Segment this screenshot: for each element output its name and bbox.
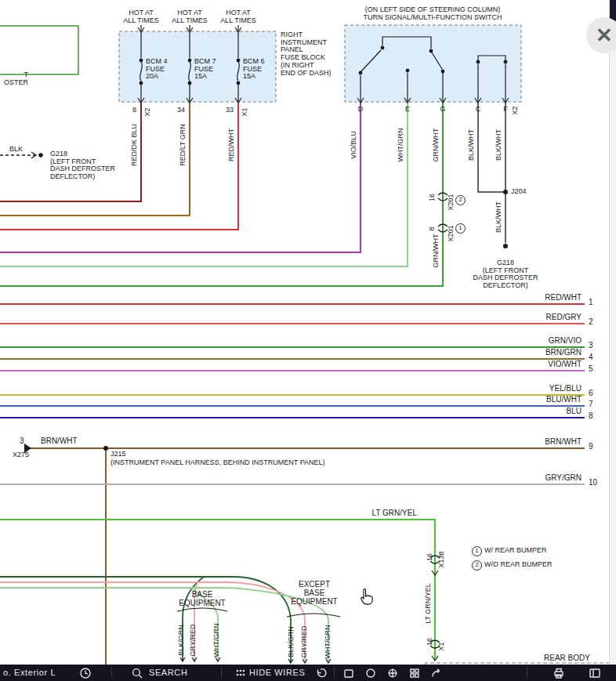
fuse-conn-x1: X1 [241, 107, 248, 116]
x1-pin-16: 16 [426, 638, 433, 646]
except-wire-blk-grn: BLK/GRN [287, 626, 295, 657]
base-wire-blk-grn: BLK/GRN [177, 625, 185, 656]
base-wire-wht-grn: WHT/GRN [212, 624, 220, 657]
lt-grn-yel-vlabel: LT GRN/YEL [424, 583, 432, 624]
wire-label-red-ltgrn: RED/LT GRN [179, 124, 187, 166]
wire-gry-red-except [0, 582, 305, 663]
j215-label: J215 [111, 451, 126, 458]
run-2-label: RED/GRY [502, 313, 582, 322]
wire-label-wht-grn: WHT/GRN [397, 129, 404, 162]
wire-wht-grn [0, 102, 408, 266]
j204-label: J204 [511, 188, 527, 196]
switch-pin-c: C [476, 106, 481, 114]
except-base-equipment-title: EXCEPT BASE EQUIPMENT [291, 581, 337, 606]
conn-x138: X138 [437, 551, 445, 567]
undo-button[interactable] [313, 666, 328, 680]
splice-dot-left [38, 153, 43, 158]
fuse-conn-x2: X2 [143, 107, 151, 116]
scrollbar[interactable] [609, 0, 616, 665]
target-button[interactable] [386, 666, 400, 680]
junction-j204 [503, 190, 508, 194]
share-button[interactable] [429, 666, 444, 680]
search-label[interactable]: SEARCH [149, 668, 187, 677]
base-equipment-title: BASE EQUIPMENT [179, 591, 225, 608]
run-9-num: 9 [589, 443, 593, 451]
component-label-fragment: T OSTER [0, 71, 28, 86]
wiring-diagram-viewer: T OSTER BLK G218 (LEFT FRONT DASH DEFROS… [0, 0, 616, 681]
hide-wires-label[interactable]: HIDE WIRES [249, 668, 305, 677]
search-icon [131, 667, 143, 679]
circle-button[interactable] [364, 666, 378, 680]
history-button[interactable] [78, 666, 92, 680]
switch-pin-g: G [440, 106, 445, 114]
hot-label-2: HOT AT ALL TIMES [172, 9, 208, 24]
wire-label-blk-wht-c: BLK/WHT [467, 129, 475, 161]
toolbar-divider [221, 667, 222, 678]
frame-button[interactable] [342, 666, 356, 680]
fuse-1-label: BCM 4 FUSE 20A [146, 58, 168, 81]
grid-button[interactable] [408, 666, 422, 680]
defroster-component-box [0, 26, 78, 74]
panel-icon [589, 667, 601, 679]
except-bracket [287, 614, 340, 617]
hot-label-3: HOT AT ALL TIMES [220, 9, 256, 24]
except-wire-wht-grn: WHT/GRN [324, 625, 332, 659]
bottom-toolbar: o. Exterior L SEARCH HIDE WIRES [0, 665, 616, 681]
run-9-pin: 3 [20, 437, 24, 446]
circled-1: 1 [455, 223, 466, 234]
switch-pin-e: E [405, 106, 410, 114]
switch-pin-f: F [503, 106, 508, 114]
run-6-num: 6 [589, 389, 593, 398]
run-3-num: 3 [589, 342, 593, 350]
panel-button[interactable] [588, 666, 602, 680]
x201-conn-2: X201 [447, 225, 455, 241]
run-6-label: YEL/BLU [502, 385, 582, 393]
g218-left-label: G218 (LEFT FRONT DASH DEFROSTER DEFLECTO… [50, 150, 115, 181]
note-text: W/O REAR BUMPER [484, 560, 553, 568]
run-1-label: RED/WHT [502, 294, 582, 302]
run-7-label: BLU/WHT [502, 396, 582, 404]
note-wo-rear-bumper: 2W/O REAR BUMPER [472, 552, 553, 571]
wires-button[interactable] [234, 666, 248, 680]
x201-pin-8: 8 [428, 226, 436, 230]
run-4-label: BRN/GRN [502, 349, 582, 357]
cursor-pointer-icon [359, 588, 375, 607]
close-button[interactable]: ✕ [586, 17, 616, 53]
switch-conn-x2: X2 [511, 106, 519, 114]
toolbar-divider [334, 667, 335, 678]
base-bracket [177, 608, 227, 611]
wire-label-vio-blu: VIO/BLU [350, 131, 357, 159]
wire-red-wht-fuse [0, 102, 238, 230]
search-button[interactable] [130, 666, 144, 680]
circled-2: 2 [455, 195, 466, 205]
x201-pin-16: 16 [428, 194, 436, 201]
x201-conn-1: X201 [447, 194, 455, 210]
switch-pin-d: D [358, 106, 364, 114]
j215-note: (INSTRUMENT PANEL HARNESS, BEHIND INSTRU… [111, 459, 325, 467]
run-3-label: GRN/VIO [502, 337, 582, 346]
fuse-3-label: BCM 6 FUSE 15A [243, 58, 265, 81]
run-5-num: 5 [589, 365, 593, 374]
wire-label-red-dkblu: RED/DK BLU [130, 124, 138, 166]
ground-g218-dot [503, 244, 508, 248]
run-1-num: 1 [589, 299, 593, 307]
toolbar-left-label[interactable]: o. Exterior L [3, 668, 56, 677]
fuse-pin-33: 33 [218, 107, 234, 114]
run-4-num: 4 [589, 353, 593, 362]
history-icon [79, 667, 92, 679]
wire-label-red-wht: RED/WHT [227, 129, 235, 161]
g218-right-label: G218 (LEFT FRONT DASH DEFROSTER DEFLECTO… [473, 259, 538, 290]
wire-label-grn-wht-lower: GRN/WHT [432, 234, 440, 268]
run-10-num: 10 [589, 479, 597, 487]
wires-icon [234, 667, 247, 679]
x201-note-1: 1 [455, 223, 468, 234]
toolbar-divider [527, 667, 527, 678]
conn-x1: X1 [437, 642, 445, 650]
run-9-left-label: BRN/WHT [41, 437, 78, 446]
x138-pin-16: 16 [426, 553, 433, 561]
base-wire-gry-red: GRY/RED [189, 625, 197, 657]
run-7-num: 7 [589, 400, 593, 409]
print-button[interactable] [552, 666, 566, 680]
fuse-pin-8: 8 [121, 107, 136, 114]
fuse-pin-34: 34 [169, 107, 185, 114]
